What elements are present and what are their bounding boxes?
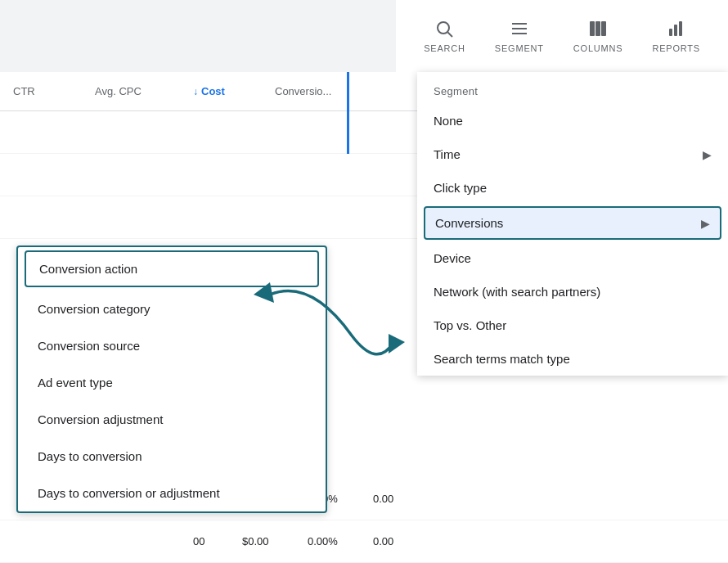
- segment-item-network[interactable]: Network (with search partners): [417, 275, 728, 309]
- svg-rect-9: [674, 25, 677, 36]
- columns-icon: [588, 19, 608, 38]
- sort-down-icon: ↓: [193, 86, 198, 97]
- svg-rect-5: [590, 21, 595, 36]
- svg-rect-8: [669, 29, 672, 36]
- svg-rect-11: [668, 20, 671, 23]
- chevron-right-icon: ▶: [701, 217, 710, 230]
- toolbar-search[interactable]: SEARCH: [409, 9, 480, 63]
- conversion-item-days[interactable]: Days to conversion: [18, 438, 326, 475]
- segment-menu: Segment None Time ▶ Click type Conversio…: [417, 72, 728, 376]
- conversion-item-days-or-adjustment[interactable]: Days to conversion or adjustment: [18, 475, 326, 511]
- svg-line-1: [448, 33, 453, 38]
- conversion-item-action[interactable]: Conversion action: [25, 250, 319, 287]
- toolbar-columns[interactable]: COLUMNS: [559, 9, 638, 63]
- col-cost[interactable]: ↓ Cost: [180, 85, 262, 97]
- search-icon: [434, 19, 454, 38]
- svg-rect-3: [512, 28, 527, 29]
- segment-item-time[interactable]: Time ▶: [417, 137, 728, 171]
- segment-item-search-terms[interactable]: Search terms match type: [417, 342, 728, 376]
- segment-item-conversions[interactable]: Conversions ▶: [424, 206, 721, 240]
- svg-rect-2: [512, 23, 527, 25]
- segment-item-device[interactable]: Device: [417, 241, 728, 275]
- segment-item-top-vs-other[interactable]: Top vs. Other: [417, 309, 728, 342]
- table-row: 00 $0.00 0.00% 0.00: [0, 520, 728, 563]
- segment-menu-title: Segment: [417, 72, 728, 104]
- svg-rect-7: [601, 21, 606, 36]
- conversion-item-ad-event[interactable]: Ad event type: [18, 364, 326, 401]
- col-ctr[interactable]: CTR: [0, 85, 82, 97]
- conversion-submenu: Conversion action Conversion category Co…: [16, 245, 327, 513]
- svg-rect-6: [595, 21, 600, 36]
- conversion-item-adjustment[interactable]: Conversion adjustment: [18, 401, 326, 438]
- segment-item-none[interactable]: None: [417, 104, 728, 137]
- svg-point-0: [438, 22, 449, 34]
- svg-rect-10: [679, 21, 682, 36]
- svg-rect-4: [512, 33, 527, 34]
- toolbar-segment[interactable]: SEGMENT: [480, 9, 559, 63]
- toolbar-reports[interactable]: REPORTS: [637, 9, 715, 63]
- toolbar: SEARCH SEGMENT COLUMNS REPORTS: [396, 0, 728, 72]
- conversion-item-source[interactable]: Conversion source: [18, 327, 326, 364]
- reports-icon: [667, 19, 686, 38]
- segment-item-click-type[interactable]: Click type: [417, 171, 728, 205]
- col-avg-cpc[interactable]: Avg. CPC: [82, 85, 180, 97]
- segment-icon: [510, 19, 529, 38]
- conversion-item-category[interactable]: Conversion category: [18, 291, 326, 327]
- chevron-right-icon: ▶: [703, 148, 712, 161]
- column-divider: [347, 72, 349, 154]
- col-conversions[interactable]: Conversio...: [262, 85, 360, 97]
